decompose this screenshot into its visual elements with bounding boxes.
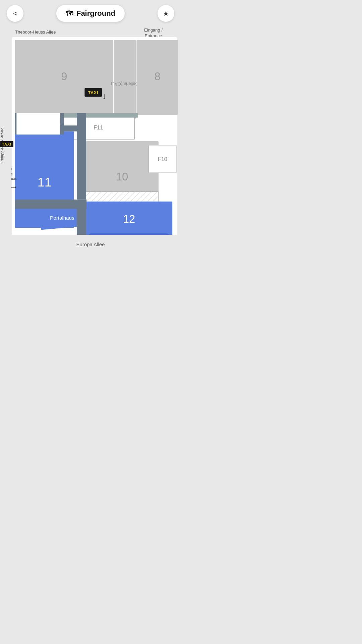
hall-galleria[interactable] [114,40,136,119]
page-title: Fairground [76,9,115,18]
svg-rect-24 [15,200,87,209]
svg-text:10: 10 [116,170,128,183]
fairground-map: 9 Galleria (GAL) 8 F11 11 10 F10 [0,37,181,235]
bottom-space [0,254,181,362]
svg-text:8: 8 [154,70,160,83]
entrance-arrow-group: / eaus → [9,168,18,192]
svg-rect-18 [15,113,60,135]
bookmark-icon: ★ [163,9,169,17]
svg-text:9: 9 [61,70,67,83]
map-icon: 🗺 [66,9,73,18]
street-top-label: Theodor-Heuss Allee [15,30,56,35]
back-button[interactable]: < [7,5,23,22]
svg-rect-16 [93,233,165,235]
back-icon: < [13,10,17,17]
header: < 🗺 Fairground ★ [0,0,181,27]
header-pill: 🗺 Fairground [56,5,125,22]
svg-rect-6 [134,113,138,118]
svg-text:F11: F11 [94,124,103,130]
svg-text:Galleria (GAL): Galleria (GAL) [111,82,138,87]
svg-text:12: 12 [123,213,135,225]
svg-rect-22 [60,125,86,131]
svg-text:↓: ↓ [102,91,107,101]
bookmark-button[interactable]: ★ [158,5,174,22]
map-wrapper: Theodor-Heuss Allee Eingang / Entrance P… [0,27,181,235]
svg-rect-19 [15,113,17,135]
bottom-area: Europa Allee [0,235,181,254]
svg-text:F10: F10 [158,156,167,162]
arrow-right-icon: → [9,182,18,192]
svg-text:TAXI: TAXI [88,90,99,95]
entrance-label: Eingang / Entrance [144,28,163,39]
taxi-badge-side: TAXI [0,141,13,147]
street-bottom-label: Europa Allee [76,241,105,247]
svg-text:Portalhaus: Portalhaus [50,215,74,221]
svg-text:11: 11 [38,175,52,189]
